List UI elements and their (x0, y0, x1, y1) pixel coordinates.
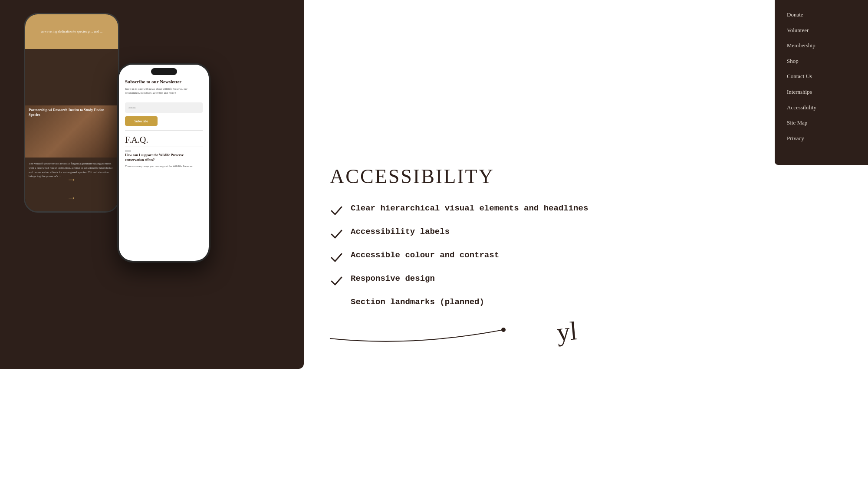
decorative-curve (326, 321, 512, 347)
faq-answer: There are many ways you can support the … (125, 164, 203, 168)
phone-notch (151, 68, 177, 75)
phone-back-arrow1: → (67, 174, 76, 185)
phone-back: unwavering dedication to species pr... a… (24, 13, 119, 213)
faq-minus-icon (125, 151, 131, 151)
accessibility-item-5: Section landmarks (planned) (330, 297, 599, 311)
nav-item-volunteer[interactable]: Volunteer (775, 23, 868, 38)
accessibility-item-text-3: Accessible colour and contrast (351, 250, 499, 261)
nav-item-accessibility[interactable]: Accessibility (775, 100, 868, 115)
accessibility-list: Clear hierarchical visual elements and h… (330, 203, 599, 311)
divider (125, 130, 203, 131)
accessibility-heading: Accessibility (330, 165, 599, 188)
email-placeholder: Email (128, 106, 136, 109)
nav-item-contact[interactable]: Contact Us (775, 69, 868, 84)
check-icon-2 (330, 227, 343, 240)
left-section: unwavering dedication to species pr... a… (0, 0, 304, 369)
nav-item-privacy[interactable]: Privacy (775, 131, 868, 146)
svg-point-0 (501, 328, 506, 332)
phone-back-top-text: unwavering dedication to species pr... a… (38, 26, 105, 36)
nav-menu: Donate Volunteer Membership Shop Contact… (775, 0, 868, 165)
subscribe-title: Subscribe to our Newsletter (125, 79, 203, 85)
phone-front: Subscribe to our Newsletter Keep up to d… (117, 63, 210, 263)
accessibility-section: Accessibility Clear hierarchical visual … (330, 165, 599, 320)
accessibility-item-text-2: Accessibility labels (351, 227, 450, 237)
accessibility-item-text-1: Clear hierarchical visual elements and h… (351, 203, 588, 214)
nav-item-donate[interactable]: Donate (775, 7, 868, 23)
faq-item: How can I support the Wildife Preserve c… (119, 147, 209, 171)
check-icon-4 (330, 274, 343, 287)
phone-back-title: Partnership wi Research Institu to Study… (29, 108, 115, 117)
check-icon-3 (330, 251, 343, 264)
accessibility-item-3: Accessible colour and contrast (330, 250, 599, 264)
nav-item-sitemap[interactable]: Site Map (775, 115, 868, 131)
phone-back-arrow2: → (67, 192, 76, 204)
accessibility-item-text-5: Section landmarks (planned) (351, 297, 484, 308)
nav-item-shop[interactable]: Shop (775, 53, 868, 69)
subscribe-button[interactable]: Subscribe (125, 116, 158, 126)
nav-item-membership[interactable]: Membership (775, 38, 868, 53)
accessibility-item-2: Accessibility labels (330, 227, 599, 240)
subscribe-desc: Keep up to date with news about Wildlife… (125, 87, 203, 95)
accessibility-item-1: Clear hierarchical visual elements and h… (330, 203, 599, 217)
subscribe-btn-label: Subscribe (135, 119, 148, 123)
faq-signature: F.A.Q. (125, 135, 203, 145)
check-icon-1 (330, 204, 343, 217)
nav-item-internships[interactable]: Internships (775, 84, 868, 100)
accessibility-item-text-4: Responsive design (351, 273, 435, 284)
check-icon-5 (330, 298, 343, 311)
signature-decoration: yl (556, 316, 579, 348)
accessibility-item-4: Responsive design (330, 273, 599, 287)
faq-question: How can I support the Wildife Preserve c… (125, 153, 203, 162)
email-input[interactable]: Email (125, 102, 203, 113)
